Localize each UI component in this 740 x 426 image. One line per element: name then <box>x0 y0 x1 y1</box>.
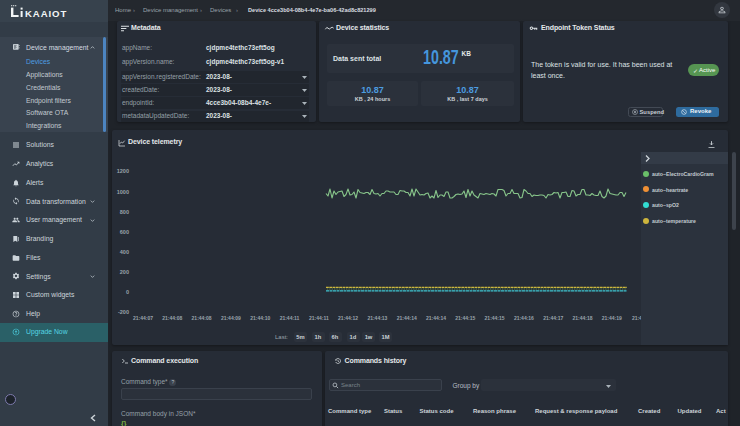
svg-text:KAAIOT: KAAIOT <box>25 8 67 19</box>
